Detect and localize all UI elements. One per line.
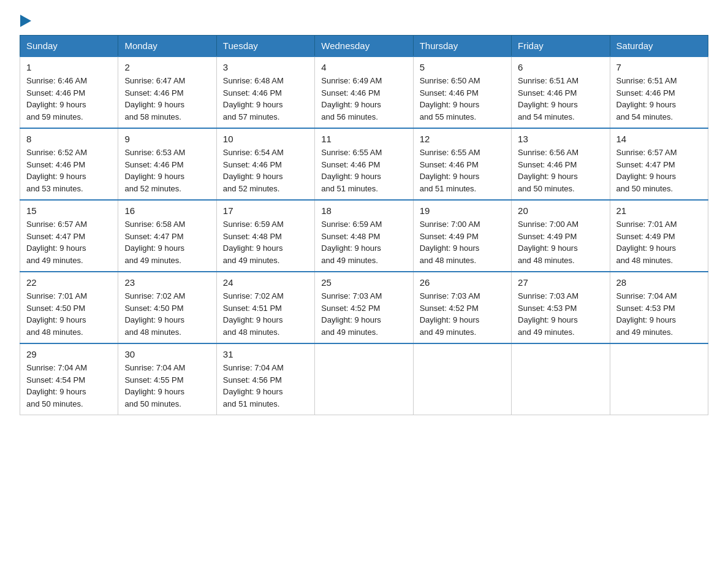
day-info: Sunrise: 6:54 AM Sunset: 4:46 PM Dayligh… (223, 147, 308, 194)
day-info: Sunrise: 7:02 AM Sunset: 4:50 PM Dayligh… (124, 290, 210, 338)
calendar-cell (610, 343, 708, 415)
day-info: Sunrise: 6:56 AM Sunset: 4:46 PM Dayligh… (518, 147, 603, 194)
day-info: Sunrise: 7:02 AM Sunset: 4:51 PM Dayligh… (223, 290, 308, 338)
svg-marker-0 (20, 15, 31, 27)
day-number: 7 (616, 62, 702, 72)
day-info: Sunrise: 6:59 AM Sunset: 4:48 PM Dayligh… (223, 218, 308, 266)
day-info: Sunrise: 7:04 AM Sunset: 4:54 PM Dayligh… (26, 362, 112, 410)
day-number: 8 (26, 134, 112, 144)
day-info: Sunrise: 6:57 AM Sunset: 4:47 PM Dayligh… (616, 147, 702, 194)
day-number: 23 (124, 277, 210, 288)
calendar-cell: 12 Sunrise: 6:55 AM Sunset: 4:46 PM Dayl… (413, 128, 511, 200)
day-number: 25 (321, 277, 406, 288)
day-number: 2 (124, 62, 210, 72)
calendar-cell: 29 Sunrise: 7:04 AM Sunset: 4:54 PM Dayl… (20, 343, 118, 415)
calendar-cell: 4 Sunrise: 6:49 AM Sunset: 4:46 PM Dayli… (315, 56, 413, 128)
calendar-cell: 16 Sunrise: 6:58 AM Sunset: 4:47 PM Dayl… (118, 200, 216, 272)
calendar-week-row: 8 Sunrise: 6:52 AM Sunset: 4:46 PM Dayli… (20, 128, 708, 200)
day-info: Sunrise: 6:51 AM Sunset: 4:46 PM Dayligh… (616, 75, 702, 123)
day-info: Sunrise: 7:04 AM Sunset: 4:53 PM Dayligh… (616, 290, 702, 338)
calendar-week-row: 22 Sunrise: 7:01 AM Sunset: 4:50 PM Dayl… (20, 272, 708, 343)
day-info: Sunrise: 6:57 AM Sunset: 4:47 PM Dayligh… (26, 218, 112, 266)
day-number: 9 (124, 134, 210, 144)
day-info: Sunrise: 6:46 AM Sunset: 4:46 PM Dayligh… (26, 75, 112, 123)
day-info: Sunrise: 6:49 AM Sunset: 4:46 PM Dayligh… (321, 75, 406, 123)
day-info: Sunrise: 6:52 AM Sunset: 4:46 PM Dayligh… (26, 147, 112, 194)
calendar-cell: 13 Sunrise: 6:56 AM Sunset: 4:46 PM Dayl… (512, 128, 610, 200)
calendar-cell: 20 Sunrise: 7:00 AM Sunset: 4:49 PM Dayl… (512, 200, 610, 272)
day-number: 1 (26, 62, 112, 72)
day-number: 10 (223, 134, 308, 144)
day-number: 6 (518, 62, 603, 72)
day-info: Sunrise: 6:47 AM Sunset: 4:46 PM Dayligh… (124, 75, 210, 123)
logo (20, 15, 64, 25)
day-number: 11 (321, 134, 406, 144)
day-number: 31 (223, 349, 308, 359)
col-header-friday: Friday (512, 36, 610, 57)
day-number: 14 (616, 134, 702, 144)
day-info: Sunrise: 7:00 AM Sunset: 4:49 PM Dayligh… (518, 218, 603, 266)
day-info: Sunrise: 6:51 AM Sunset: 4:46 PM Dayligh… (518, 75, 603, 123)
day-number: 20 (518, 205, 603, 216)
calendar-cell: 6 Sunrise: 6:51 AM Sunset: 4:46 PM Dayli… (512, 56, 610, 128)
day-info: Sunrise: 7:04 AM Sunset: 4:56 PM Dayligh… (223, 362, 308, 410)
calendar-cell: 8 Sunrise: 6:52 AM Sunset: 4:46 PM Dayli… (20, 128, 118, 200)
day-info: Sunrise: 7:03 AM Sunset: 4:52 PM Dayligh… (321, 290, 406, 338)
calendar-cell: 28 Sunrise: 7:04 AM Sunset: 4:53 PM Dayl… (610, 272, 708, 343)
page-header (20, 15, 708, 25)
day-number: 29 (26, 349, 112, 359)
day-number: 27 (518, 277, 603, 288)
calendar-week-row: 29 Sunrise: 7:04 AM Sunset: 4:54 PM Dayl… (20, 343, 708, 415)
calendar-cell: 17 Sunrise: 6:59 AM Sunset: 4:48 PM Dayl… (216, 200, 314, 272)
day-number: 22 (26, 277, 112, 288)
calendar-week-row: 1 Sunrise: 6:46 AM Sunset: 4:46 PM Dayli… (20, 56, 708, 128)
calendar-cell (413, 343, 511, 415)
calendar-cell: 2 Sunrise: 6:47 AM Sunset: 4:46 PM Dayli… (118, 56, 216, 128)
day-info: Sunrise: 6:53 AM Sunset: 4:46 PM Dayligh… (124, 147, 210, 194)
calendar-cell: 18 Sunrise: 6:59 AM Sunset: 4:48 PM Dayl… (315, 200, 413, 272)
col-header-thursday: Thursday (413, 36, 511, 57)
day-number: 3 (223, 62, 308, 72)
day-info: Sunrise: 6:50 AM Sunset: 4:46 PM Dayligh… (420, 75, 505, 123)
calendar-cell: 24 Sunrise: 7:02 AM Sunset: 4:51 PM Dayl… (216, 272, 314, 343)
day-number: 17 (223, 205, 308, 216)
calendar-cell: 19 Sunrise: 7:00 AM Sunset: 4:49 PM Dayl… (413, 200, 511, 272)
calendar-cell: 3 Sunrise: 6:48 AM Sunset: 4:46 PM Dayli… (216, 56, 314, 128)
calendar-cell (512, 343, 610, 415)
calendar-week-row: 15 Sunrise: 6:57 AM Sunset: 4:47 PM Dayl… (20, 200, 708, 272)
calendar-cell: 27 Sunrise: 7:03 AM Sunset: 4:53 PM Dayl… (512, 272, 610, 343)
day-number: 28 (616, 277, 702, 288)
day-number: 18 (321, 205, 406, 216)
calendar-cell: 26 Sunrise: 7:03 AM Sunset: 4:52 PM Dayl… (413, 272, 511, 343)
day-number: 19 (420, 205, 505, 216)
day-info: Sunrise: 7:01 AM Sunset: 4:50 PM Dayligh… (26, 290, 112, 338)
day-number: 5 (420, 62, 505, 72)
day-info: Sunrise: 6:48 AM Sunset: 4:46 PM Dayligh… (223, 75, 308, 123)
calendar-cell: 31 Sunrise: 7:04 AM Sunset: 4:56 PM Dayl… (216, 343, 314, 415)
day-info: Sunrise: 6:55 AM Sunset: 4:46 PM Dayligh… (420, 147, 505, 194)
calendar-table: SundayMondayTuesdayWednesdayThursdayFrid… (20, 35, 708, 415)
calendar-cell: 11 Sunrise: 6:55 AM Sunset: 4:46 PM Dayl… (315, 128, 413, 200)
day-info: Sunrise: 7:03 AM Sunset: 4:52 PM Dayligh… (420, 290, 505, 338)
calendar-cell: 10 Sunrise: 6:54 AM Sunset: 4:46 PM Dayl… (216, 128, 314, 200)
day-number: 4 (321, 62, 406, 72)
col-header-sunday: Sunday (20, 36, 118, 57)
day-number: 12 (420, 134, 505, 144)
calendar-cell: 1 Sunrise: 6:46 AM Sunset: 4:46 PM Dayli… (20, 56, 118, 128)
day-info: Sunrise: 7:00 AM Sunset: 4:49 PM Dayligh… (420, 218, 505, 266)
calendar-cell: 14 Sunrise: 6:57 AM Sunset: 4:47 PM Dayl… (610, 128, 708, 200)
day-info: Sunrise: 6:59 AM Sunset: 4:48 PM Dayligh… (321, 218, 406, 266)
logo-arrow-icon (20, 15, 31, 29)
day-number: 15 (26, 205, 112, 216)
day-info: Sunrise: 7:01 AM Sunset: 4:49 PM Dayligh… (616, 218, 702, 266)
day-info: Sunrise: 6:55 AM Sunset: 4:46 PM Dayligh… (321, 147, 406, 194)
day-number: 26 (420, 277, 505, 288)
day-info: Sunrise: 7:03 AM Sunset: 4:53 PM Dayligh… (518, 290, 603, 338)
col-header-saturday: Saturday (610, 36, 708, 57)
day-number: 16 (124, 205, 210, 216)
day-info: Sunrise: 7:04 AM Sunset: 4:55 PM Dayligh… (124, 362, 210, 410)
calendar-cell (315, 343, 413, 415)
col-header-tuesday: Tuesday (216, 36, 314, 57)
day-number: 21 (616, 205, 702, 216)
calendar-header-row: SundayMondayTuesdayWednesdayThursdayFrid… (20, 36, 708, 57)
